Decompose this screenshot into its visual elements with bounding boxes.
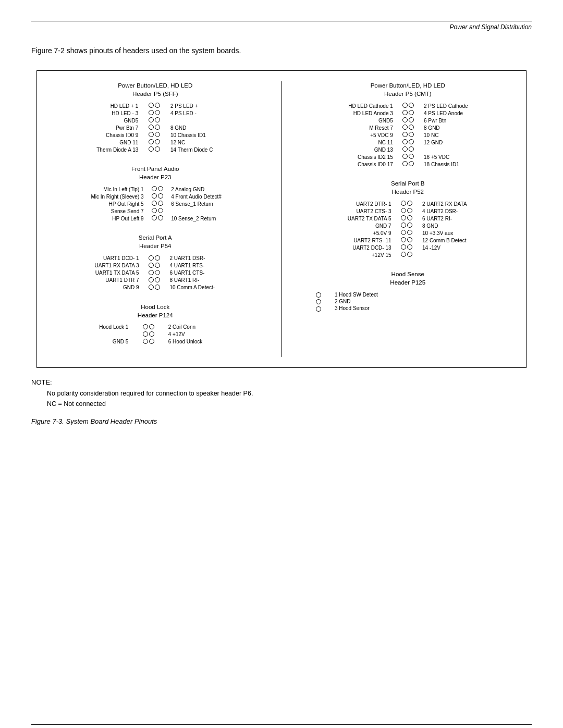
section-p23: Front Panel Audio Header P23 Mic In Left… — [42, 165, 268, 222]
table-row: GND 11 12 NC — [42, 139, 268, 146]
p125-table: 1 Hood SW Detect 2 GND 3 Hood Sensor — [295, 291, 521, 312]
figure-top-caption: Figure 7-2 shows pinouts of headers used… — [31, 46, 532, 55]
diagram-area: Power Button/LED, HD LED Header P5 (SFF)… — [36, 70, 527, 368]
section-p124: Hood Lock Header P124 Hood Lock 1 2 Coil… — [42, 303, 268, 346]
table-row: NC 11 12 GND — [295, 139, 521, 146]
table-row: GND 9 10 Comm A Detect- — [42, 284, 268, 291]
table-row: Chassis ID2 15 16 +5 VDC — [295, 153, 521, 161]
table-row: 3 Hood Sensor — [295, 305, 521, 312]
section-p5-cmt: Power Button/LED, HD LED Header P5 (CMT)… — [295, 81, 521, 168]
p23-title: Front Panel Audio Header P23 — [42, 165, 268, 181]
note-section: NOTE: No polarity consideration required… — [31, 378, 532, 409]
section-p54: Serial Port A Header P54 UART1 DCD- 1 2 … — [42, 233, 268, 291]
table-row: Mic In Left (Tip) 1 2 Analog GND — [42, 186, 268, 193]
page: Power and Signal Distribution Figure 7-2… — [0, 21, 563, 728]
section-p125: Hood Sense Header P125 1 Hood SW Detect — [295, 270, 521, 312]
table-row: GND 13 — [295, 146, 521, 153]
table-row: HD LED Anode 3 4 PS LED Anode — [295, 109, 521, 117]
table-row: GND5 6 Pwr Btn — [295, 117, 521, 124]
diagram-left-col: Power Button/LED, HD LED Header P5 (SFF)… — [42, 81, 268, 357]
table-row: Mic In Right (Sleeve) 3 4 Front Audio De… — [42, 193, 268, 200]
table-row: 2 GND — [295, 298, 521, 305]
table-row: UART1 DTR 7 8 UART1 RI- — [42, 277, 268, 284]
diagram-columns: Power Button/LED, HD LED Header P5 (SFF)… — [42, 81, 521, 357]
table-row: Chassis ID0 17 18 Chassis ID1 — [295, 161, 521, 168]
p5-sff-title: Power Button/LED, HD LED Header P5 (SFF) — [42, 81, 268, 98]
table-row: HP Out Right 5 6 Sense_1 Return — [42, 200, 268, 207]
section-p52: Serial Port B Header P52 UART2 DTR- 1 2 … — [295, 179, 521, 258]
table-row: Therm Diode A 13 14 Therm Diode C — [42, 146, 268, 153]
table-row: UART2 RTS- 11 12 Comm B Detect — [295, 237, 521, 244]
top-rule — [31, 21, 532, 21]
p23-table: Mic In Left (Tip) 1 2 Analog GND Mic In … — [42, 186, 268, 222]
table-row: HD LED - 3 4 PS LED - — [42, 109, 268, 117]
table-row: M Reset 7 8 GND — [295, 124, 521, 131]
main-content: Figure 7-2 shows pinouts of headers used… — [31, 46, 532, 409]
table-row: HP Out Left 9 10 Sense_2 Return — [42, 215, 268, 222]
p5-cmt-title: Power Button/LED, HD LED Header P5 (CMT) — [295, 81, 521, 98]
table-row: HD LED + 1 2 PS LED + — [42, 102, 268, 109]
p124-title: Hood Lock Header P124 — [42, 303, 268, 319]
table-row: UART2 DTR- 1 2 UART2 RX DATA — [295, 200, 521, 207]
table-row: UART2 CTS- 3 4 UART2 DSR- — [295, 207, 521, 215]
table-row: UART2 DCD- 13 14 -12V — [295, 244, 521, 251]
diagram-divider — [282, 81, 282, 357]
table-row: Pwr Btn 7 8 GND — [42, 124, 268, 131]
table-row: +5.0V 9 10 +3.3V aux — [295, 229, 521, 237]
table-row: Chassis ID0 9 10 Chassis ID1 — [42, 131, 268, 139]
table-row: +5 VDC 9 10 NC — [295, 131, 521, 139]
table-row: Hood Lock 1 2 Coil Conn — [42, 324, 268, 331]
p5-cmt-table: HD LED Cathode 1 2 PS LED Cathode HD LED… — [295, 102, 521, 168]
table-row: Sense Send 7 — [42, 207, 268, 215]
diagram-right-col: Power Button/LED, HD LED Header P5 (CMT)… — [295, 81, 521, 357]
p124-table: Hood Lock 1 2 Coil Conn 4 +12V GND 5 — [42, 324, 268, 346]
table-row: 1 Hood SW Detect — [295, 291, 521, 298]
note-text: No polarity consideration required for c… — [47, 388, 532, 409]
table-row: UART2 TX DATA 5 6 UART2 RI- — [295, 215, 521, 222]
table-row: UART1 TX DATA 5 6 UART1 CTS- — [42, 269, 268, 277]
page-header-title: Power and Signal Distribution — [0, 23, 532, 31]
page-footer: Technical Reference Guide www.hp.com 7-1… — [31, 724, 532, 728]
table-row: UART1 DCD- 1 2 UART1 DSR- — [42, 255, 268, 262]
figure-bottom-caption: Figure 7-3. System Board Header Pinouts — [31, 417, 563, 425]
note-title: NOTE: — [31, 378, 532, 386]
p125-title: Hood Sense Header P125 — [295, 270, 521, 287]
p54-title: Serial Port A Header P54 — [42, 233, 268, 250]
table-row: UART1 RX DATA 3 4 UART1 RTS- — [42, 262, 268, 269]
table-row: +12V 15 — [295, 251, 521, 258]
table-row: GND 7 8 GND — [295, 222, 521, 229]
p54-table: UART1 DCD- 1 2 UART1 DSR- UART1 RX DATA … — [42, 255, 268, 291]
table-row: GND5 — [42, 117, 268, 124]
p52-title: Serial Port B Header P52 — [295, 179, 521, 196]
section-p5-sff: Power Button/LED, HD LED Header P5 (SFF)… — [42, 81, 268, 153]
p52-table: UART2 DTR- 1 2 UART2 RX DATA UART2 CTS- … — [295, 200, 521, 258]
table-row: HD LED Cathode 1 2 PS LED Cathode — [295, 102, 521, 109]
table-row: GND 5 6 Hood Unlock — [42, 338, 268, 346]
p5-sff-table: HD LED + 1 2 PS LED + HD LED - 3 4 PS LE… — [42, 102, 268, 153]
table-row: 4 +12V — [42, 331, 268, 338]
